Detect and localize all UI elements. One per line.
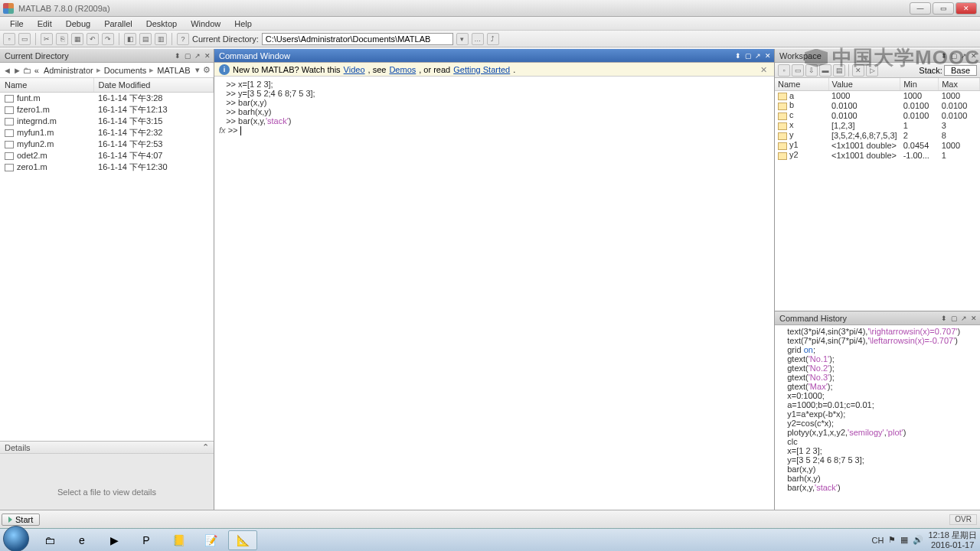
notes-icon[interactable]: 📒: [164, 530, 193, 550]
up-folder-icon[interactable]: ⤴: [487, 33, 499, 45]
workspace-row[interactable]: x[1,2,3]13: [775, 120, 980, 130]
command-history[interactable]: text(3*pi/4,sin(3*pi/4),'\rightarrowsin(…: [775, 325, 980, 522]
explorer-icon[interactable]: 🗀: [35, 530, 64, 550]
breadcrumb: ◄ ► 🗀 « Administrator▸ Documents▸ MATLAB…: [0, 63, 214, 78]
curdir-input[interactable]: [262, 33, 453, 45]
guide-icon[interactable]: ▤: [139, 33, 152, 45]
open-var-icon[interactable]: ▭: [792, 64, 804, 77]
file-row[interactable]: myfun1.m16-1-14 下午2:32: [0, 127, 214, 139]
redo-icon[interactable]: ↷: [102, 33, 114, 45]
dropdown-icon[interactable]: ▾: [194, 65, 201, 76]
workspace-row[interactable]: y1<1x1001 double>0.04541000: [775, 140, 980, 150]
curdir-dropdown-icon[interactable]: ▾: [456, 33, 469, 45]
start-button[interactable]: Start: [2, 514, 40, 526]
ppt-icon[interactable]: P: [132, 530, 161, 550]
workspace-row[interactable]: a100010001000: [775, 90, 980, 100]
menu-parallel[interactable]: Parallel: [99, 18, 138, 29]
tray-network-icon[interactable]: ▦: [900, 535, 908, 545]
file-row[interactable]: myfun2.m16-1-14 下午2:53: [0, 139, 214, 150]
file-list[interactable]: Name Date Modified funt.m16-1-14 下午3:28f…: [0, 78, 214, 441]
wmp-icon[interactable]: ▶: [100, 530, 129, 550]
max-icon[interactable]: ▢: [183, 51, 192, 60]
titlebar: MATLAB 7.8.0 (R2009a) — ▭ ✕: [0, 0, 980, 17]
file-row[interactable]: zero1.m16-1-14 下午12:30: [0, 161, 214, 173]
gear-icon[interactable]: ⚙: [203, 65, 211, 76]
details-header[interactable]: Details ⌃: [0, 442, 214, 454]
undock-icon[interactable]: ↗: [753, 51, 763, 60]
close-icon[interactable]: ✕: [969, 314, 978, 323]
info-icon: i: [219, 64, 230, 75]
undo-icon[interactable]: ↶: [87, 33, 99, 45]
minimize-button[interactable]: —: [910, 2, 931, 15]
max-icon[interactable]: ▢: [949, 314, 959, 323]
menu-file[interactable]: File: [5, 18, 29, 29]
col-name[interactable]: Name: [0, 78, 93, 92]
workspace-table[interactable]: Name Value Min Max a100010001000b0.01000…: [775, 78, 980, 311]
command-window[interactable]: >> x=[1 2 3]; >> y=[3 5 2;4 6 8;7 5 3]; …: [214, 77, 774, 533]
bc-admin[interactable]: Administrator: [42, 66, 95, 75]
close-info-icon[interactable]: ✕: [760, 65, 769, 74]
curdir-label: Current Directory:: [192, 34, 259, 44]
info-bar: i New to MATLAB? Watch this Video , see …: [214, 63, 774, 77]
browse-icon[interactable]: …: [472, 33, 484, 45]
copy-icon[interactable]: ⎘: [56, 33, 68, 45]
simulink-icon[interactable]: ◧: [124, 33, 136, 45]
tray-clock[interactable]: 12:18 星期日2016-01-17: [928, 530, 977, 549]
menu-window[interactable]: Window: [185, 18, 226, 29]
menu-debug[interactable]: Debug: [60, 18, 96, 29]
tray-lang-icon[interactable]: CH: [872, 536, 884, 545]
matlab-logo-icon: [3, 3, 14, 14]
bc-matlab[interactable]: MATLAB: [155, 66, 191, 75]
dock-icon[interactable]: ⬍: [939, 314, 949, 323]
new-var-icon[interactable]: ▫: [778, 64, 790, 77]
fwd-icon[interactable]: ►: [13, 65, 21, 76]
menu-desktop[interactable]: Desktop: [141, 18, 182, 29]
undock-icon[interactable]: ↗: [959, 314, 969, 323]
folder-icon: 🗀: [23, 65, 31, 76]
window-title: MATLAB 7.8.0 (R2009a): [18, 4, 910, 13]
workspace-row[interactable]: b0.01000.01000.0100: [775, 100, 980, 110]
matlab-task-icon[interactable]: 📐: [228, 530, 257, 550]
back-icon[interactable]: ◄: [3, 65, 11, 76]
ie-icon[interactable]: e: [67, 530, 96, 550]
bc-docs[interactable]: Documents: [103, 66, 149, 75]
tray-flag-icon[interactable]: ⚑: [888, 535, 896, 545]
workspace-row[interactable]: c0.01000.01000.0100: [775, 110, 980, 120]
workspace-row[interactable]: y[3,5,2;4,6,8;7,5,3]28: [775, 130, 980, 140]
command-history-header[interactable]: Command History ⬍▢↗✕: [775, 311, 980, 325]
tray-sound-icon[interactable]: 🔊: [913, 535, 923, 545]
undock-icon[interactable]: ↗: [193, 51, 202, 60]
open-icon[interactable]: ▭: [18, 33, 31, 45]
close-button[interactable]: ✕: [956, 2, 977, 15]
watermark: 中国大学MOOC: [805, 44, 980, 71]
menu-edit[interactable]: Edit: [32, 18, 57, 29]
file-row[interactable]: fzero1.m16-1-14 下午12:13: [0, 104, 214, 116]
start-orb[interactable]: [3, 526, 29, 552]
video-link[interactable]: Video: [344, 65, 365, 74]
cut-icon[interactable]: ✂: [41, 33, 53, 45]
collapse-icon[interactable]: ⌃: [202, 442, 209, 452]
new-icon[interactable]: ▫: [3, 33, 15, 45]
file-row[interactable]: odet2.m16-1-14 下午4:07: [0, 150, 214, 161]
command-window-header[interactable]: Command Window ⬍▢↗✕: [214, 49, 774, 63]
current-directory-header[interactable]: Current Directory ⬍▢↗✕: [0, 49, 214, 63]
paste-icon[interactable]: ▦: [71, 33, 83, 45]
max-icon[interactable]: ▢: [743, 51, 753, 60]
menubar: File Edit Debug Parallel Desktop Window …: [0, 17, 980, 31]
profiler-icon[interactable]: ▥: [155, 33, 167, 45]
workspace-row[interactable]: y2<1x1001 double>-1.00...1: [775, 150, 980, 160]
notepad-icon[interactable]: 📝: [196, 530, 225, 550]
maximize-button[interactable]: ▭: [933, 2, 954, 15]
col-date[interactable]: Date Modified: [93, 78, 213, 92]
close-icon[interactable]: ✕: [763, 51, 773, 60]
dock-icon[interactable]: ⬍: [733, 51, 743, 60]
menu-help[interactable]: Help: [229, 18, 257, 29]
file-row[interactable]: funt.m16-1-14 下午3:28: [0, 92, 214, 104]
dock-icon[interactable]: ⬍: [173, 51, 182, 60]
getting-started-link[interactable]: Getting Started: [453, 65, 510, 74]
help-icon[interactable]: ?: [177, 33, 189, 45]
close-icon[interactable]: ✕: [203, 51, 212, 60]
demos-link[interactable]: Demos: [389, 65, 416, 74]
file-row[interactable]: integrnd.m16-1-14 下午3:15: [0, 116, 214, 127]
windows-taskbar: 🗀 e ▶ P 📒 📝 📐 CH ⚑ ▦ 🔊 12:18 星期日2016-01-…: [0, 528, 980, 551]
